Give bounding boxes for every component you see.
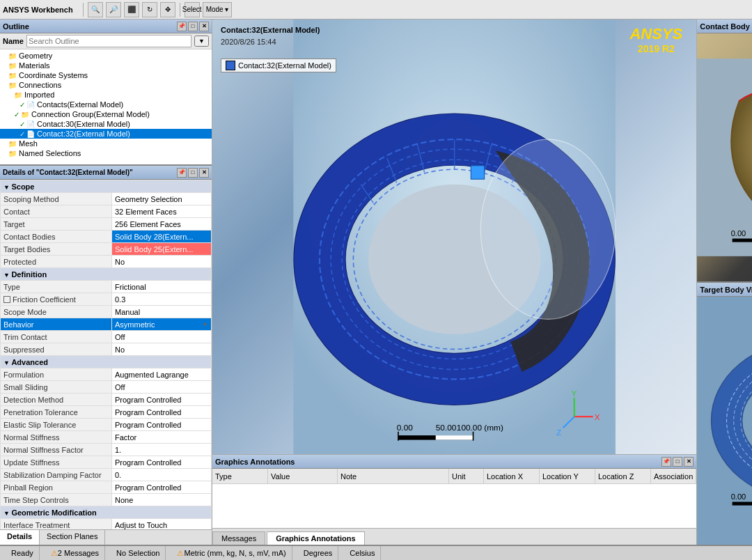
row-normal-stiffness-factor: Normal Stiffness Factor 1. [1,444,212,456]
value-timestep: None [112,494,212,506]
contact-body-svg: 0.00 40.00 X Y [697,33,752,281]
behavior-value: Asymmetric [115,320,155,329]
contact-body-viewport[interactable]: 0.00 40.00 X Y [697,33,752,281]
value-contact: 32 Element Faces [112,205,212,218]
label-suppressed: Suppressed [1,343,112,356]
details-close-button[interactable]: ✕ [199,168,209,178]
outline-pin-button[interactable]: 📌 [177,22,187,31]
details-pin-button[interactable]: 📌 [177,168,187,178]
section-definition: Definition [1,268,212,281]
svg-text:0.00: 0.00 [731,492,746,501]
value-contact-bodies: Solid Body 28(Extern... [112,231,212,243]
zoom-in-button[interactable]: 🔍 [88,2,103,17]
contact-body-titlebar: Contact Body View 📌 □ ✕ [697,20,752,33]
tree-label-coord: Coordinate Systems [19,71,88,79]
tree-icon-c32: 📄 [26,130,35,138]
outline-float-button[interactable]: □ [188,22,198,31]
tree-icon-imported: 📁 [14,91,22,99]
tree-item-connections[interactable]: 📁 Connections [0,80,212,90]
svg-point-15 [480,139,616,319]
tree-check-contacts: ✓ [19,101,25,109]
label-target-bodies: Target Bodies [1,243,112,256]
rotate-button[interactable]: ↻ [142,2,157,17]
tree-icon-coord: 📁 [8,72,17,79]
tree-item-imported[interactable]: 📁 Imported [0,90,212,100]
value-trim: Off [112,331,212,343]
row-behavior[interactable]: Behavior Asymmetric ▼ [1,318,212,331]
value-behavior[interactable]: Asymmetric ▼ [112,318,212,331]
tree-item-contact30[interactable]: ✓ 📄 Contact:30(External Model) [0,119,212,129]
annotations-pin-button[interactable]: 📌 [661,457,671,467]
target-body-titlebar: Target Body View 📌 □ ✕ [697,283,752,297]
viewport-contact-label: Contact:32(External Model) [221,25,320,35]
outline-search-input[interactable] [26,35,191,47]
value-elastic-slip: Program Controlled [112,419,212,431]
target-body-viewport[interactable]: 0.00 100. X Y [697,297,752,545]
tree-item-named-selections[interactable]: 📁 Named Selections [0,148,212,158]
tree-item-connection-group[interactable]: ✓ 📁 Connection Group(External Model) [0,109,212,119]
label-timestep: Time Step Controls [1,494,112,506]
ann-col-locx: Location X [484,469,540,483]
tab-messages[interactable]: Messages [212,531,265,545]
value-normal-stiffness: Factor [112,431,212,444]
row-friction: Friction Coefficient 0.3 [1,293,212,306]
svg-rect-18 [436,435,473,440]
ann-col-unit: Unit [449,469,484,483]
target-body-svg: 0.00 100. X Y [697,297,752,545]
tab-section-planes[interactable]: Section Planes [40,530,105,545]
main-area: Outline 📌 □ ✕ Name ▼ 📁 Geometry [0,20,752,545]
ansys-brand: ANSYS [629,25,682,43]
row-update-stiffness: Update Stiffness Program Controlled [1,456,212,469]
pan-button[interactable]: ✥ [160,2,175,17]
outline-search-button[interactable]: ▼ [194,36,209,47]
toolbar-label: ANSYS Workbench [3,6,73,14]
svg-rect-16 [471,166,484,179]
tree-item-geometry[interactable]: 📁 Geometry [0,51,212,61]
value-target: 256 Element Faces [112,218,212,231]
tree-item-materials[interactable]: 📁 Materials [0,61,212,70]
details-titlebar-buttons: 📌 □ ✕ [177,168,209,178]
tree-icon-contacts: 📄 [26,101,35,109]
value-suppressed: No [112,343,212,356]
tree-item-coordinate-systems[interactable]: 📁 Coordinate Systems [0,70,212,80]
label-penetration: Penetration Tolerance [1,406,112,419]
tree-item-contact32[interactable]: ✓ 📄 Contact:32(External Model) [0,129,212,139]
status-temp: Celsius [344,546,381,560]
fit-button[interactable]: ⬛ [124,2,139,17]
annotations-controls: 📌 □ ✕ [661,457,694,467]
section-scope-label: Scope [1,180,212,193]
label-trim: Trim Contact [1,331,112,343]
row-interface: Interface Treatment Adjust to Touch [1,519,212,530]
tab-details[interactable]: Details [0,530,40,545]
label-contact: Contact [1,205,112,218]
status-ready: Ready [6,546,40,560]
details-title: Details of "Contact:32(External Model)" [3,169,133,176]
row-contact: Contact 32 Element Faces [1,205,212,218]
svg-text:100.00 (mm): 100.00 (mm) [457,423,503,433]
main-viewport[interactable]: Contact:32(External Model) 2020/8/26 15:… [212,20,696,454]
behavior-dropdown-arrow[interactable]: ▼ [202,321,208,328]
row-elastic-slip: Elastic Slip Tolerance Program Controlle… [1,419,212,431]
details-float-button[interactable]: □ [188,168,198,178]
row-formulation: Formulation Augmented Lagrange [1,368,212,381]
outline-close-button[interactable]: ✕ [199,22,209,31]
tree-item-mesh[interactable]: 📁 Mesh [0,139,212,148]
label-friction: Friction Coefficient [1,293,112,306]
annotations-float-button[interactable]: □ [673,457,682,467]
details-content: Scope Scoping Method Geometry Selection … [0,180,212,529]
tree-icon-conn-group: 📁 [21,111,29,118]
tree-check-c30: ✓ [19,120,25,128]
tree-item-contacts-ext[interactable]: ✓ 📄 Contacts(External Model) [0,100,212,109]
annotations-close-button[interactable]: ✕ [684,457,694,467]
outline-titlebar-buttons: 📌 □ ✕ [177,22,209,31]
status-degrees: Degrees [298,546,339,560]
tab-graphics-annotations[interactable]: Graphics Annotations [267,531,365,545]
annotations-header: Graphics Annotations 📌 □ ✕ [212,455,696,469]
friction-checkbox[interactable] [3,296,10,303]
status-units-icon: ⚠ [177,549,184,558]
select-button[interactable]: Select [185,2,200,17]
mode-button[interactable]: Mode ▾ [203,2,233,17]
tree-label-c30: Contact:30(External Model) [37,120,130,128]
row-stabilization: Stabilization Damping Factor 0. [1,469,212,481]
zoom-out-button[interactable]: 🔎 [106,2,121,17]
